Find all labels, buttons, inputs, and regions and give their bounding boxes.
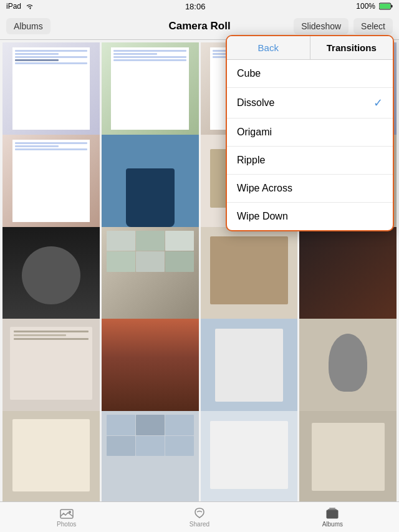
transition-ripple-label: Ripple xyxy=(237,155,265,166)
transition-cube[interactable]: Cube xyxy=(227,60,393,88)
popover-arrow xyxy=(343,35,355,36)
transition-dissolve[interactable]: Dissolve ✓ xyxy=(227,88,393,118)
transition-origami[interactable]: Origami xyxy=(227,118,393,147)
transition-wipe-across-label: Wipe Across xyxy=(237,183,292,194)
transitions-popover: Back Transitions Cube Dissolve ✓ Origami… xyxy=(226,35,394,231)
transitions-title: Transitions xyxy=(310,36,393,59)
transition-list: Cube Dissolve ✓ Origami Ripple Wipe Acro… xyxy=(227,60,393,230)
transition-origami-label: Origami xyxy=(237,127,272,138)
popover-overlay: Back Transitions Cube Dissolve ✓ Origami… xyxy=(0,0,399,532)
transition-dissolve-label: Dissolve xyxy=(237,97,274,109)
transition-wipe-across[interactable]: Wipe Across xyxy=(227,175,393,203)
popover-header: Back Transitions xyxy=(227,36,393,60)
transition-ripple[interactable]: Ripple xyxy=(227,147,393,175)
dissolve-checkmark: ✓ xyxy=(373,96,383,110)
transition-wipe-down[interactable]: Wipe Down xyxy=(227,203,393,230)
back-button[interactable]: Back xyxy=(227,36,310,59)
transition-wipe-down-label: Wipe Down xyxy=(237,211,288,222)
transition-cube-label: Cube xyxy=(237,68,261,79)
